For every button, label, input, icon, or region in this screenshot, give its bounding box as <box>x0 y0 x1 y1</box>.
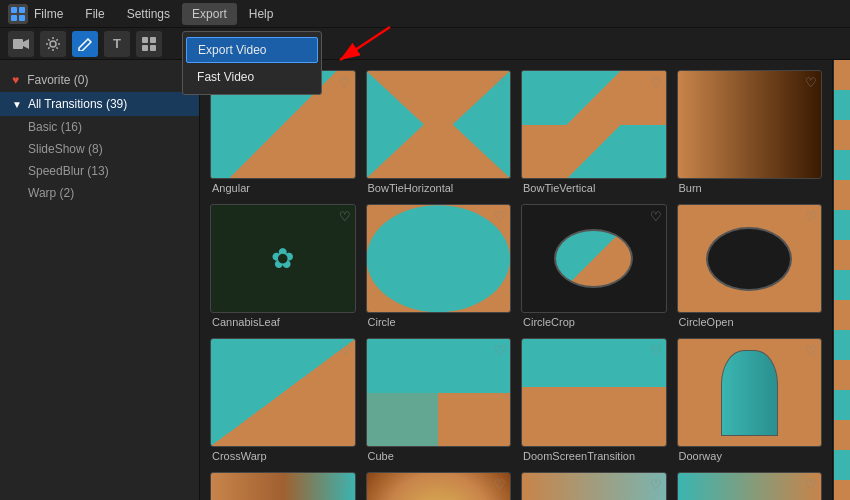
app-name: Filme <box>34 7 63 21</box>
transition-bowtie-h[interactable]: ♡ BowTieHorizontal <box>366 70 512 194</box>
transition-burn[interactable]: ♡ Burn <box>677 70 823 194</box>
angular-favorite-btn[interactable]: ♡ <box>339 75 351 90</box>
doom-favorite-btn[interactable]: ♡ <box>650 343 662 358</box>
fade-favorite-btn[interactable]: ♡ <box>650 477 662 492</box>
main-area: ♥ Favorite (0) ▼ All Transitions (39) Ba… <box>0 60 850 500</box>
svg-rect-11 <box>142 45 148 51</box>
transition-crosswarp[interactable]: ♡ CrossWarp <box>210 338 356 462</box>
svg-rect-6 <box>13 39 23 49</box>
transition-cannabis[interactable]: ✿ ♡ CannabisLeaf <box>210 204 356 328</box>
svg-rect-10 <box>150 37 156 43</box>
angular-label: Angular <box>210 182 252 194</box>
transition-circle[interactable]: ♡ Circle <box>366 204 512 328</box>
menu-file[interactable]: File <box>75 3 114 25</box>
transition-circleopen-thumb: ♡ <box>677 204 823 313</box>
circlecrop-label: CircleCrop <box>521 316 577 328</box>
toolbar-grid-btn[interactable] <box>136 31 162 57</box>
app-logo-icon <box>8 4 28 24</box>
video-strip <box>834 60 850 500</box>
cannabis-label: CannabisLeaf <box>210 316 282 328</box>
transition-doorway[interactable]: ♡ Doorway <box>677 338 823 462</box>
svg-rect-3 <box>19 15 25 21</box>
toolbar-settings-btn[interactable] <box>40 31 66 57</box>
transition-fadecolor[interactable]: ♡ Fadecolor <box>677 472 823 500</box>
transition-bowtie-v-thumb: ♡ <box>521 70 667 179</box>
transition-fadecolor-thumb: ♡ <box>677 472 823 500</box>
dreamy-favorite-btn[interactable]: ♡ <box>339 477 351 492</box>
dropdown-export-video[interactable]: Export Video <box>186 37 318 63</box>
transitions-content: ♡ Angular ♡ BowTieHorizontal ♡ BowTieVer… <box>200 60 832 500</box>
burn-label: Burn <box>677 182 704 194</box>
circle-label: Circle <box>366 316 398 328</box>
transition-circlecrop[interactable]: ♡ CircleCrop <box>521 204 667 328</box>
bowtie-h-label: BowTieHorizontal <box>366 182 456 194</box>
expand-icon: ▼ <box>12 99 22 110</box>
burn-favorite-btn[interactable]: ♡ <box>805 75 817 90</box>
transition-dreamy[interactable]: ♡ Dreamy <box>210 472 356 500</box>
transition-bowtie-v[interactable]: ♡ BowTieVertical <box>521 70 667 194</box>
right-panel <box>832 60 850 500</box>
cube-label: Cube <box>366 450 396 462</box>
transition-dreamy-thumb: ♡ <box>210 472 356 500</box>
transition-doom[interactable]: ♡ DoomScreenTransition <box>521 338 667 462</box>
cube-favorite-btn[interactable]: ♡ <box>494 343 506 358</box>
crosswarp-favorite-btn[interactable]: ♡ <box>339 343 351 358</box>
transition-cannabis-thumb: ✿ ♡ <box>210 204 356 313</box>
app-logo: Filme <box>8 4 63 24</box>
toolbar-edit-btn[interactable] <box>72 31 98 57</box>
transition-cube[interactable]: ♡ Cube <box>366 338 512 462</box>
title-bar: Filme File Settings Export Export Video … <box>0 0 850 28</box>
favorite-label: Favorite (0) <box>27 73 88 87</box>
sidebar-all-transitions[interactable]: ▼ All Transitions (39) <box>0 92 199 116</box>
transition-fade-thumb: ♡ <box>521 472 667 500</box>
sidebar-favorite[interactable]: ♥ Favorite (0) <box>0 68 199 92</box>
svg-rect-2 <box>11 15 17 21</box>
circleopen-label: CircleOpen <box>677 316 736 328</box>
toolbar: T <box>0 28 850 60</box>
svg-marker-7 <box>23 39 29 49</box>
transition-dreamyzoom-thumb: ♡ <box>366 472 512 500</box>
transition-doom-thumb: ♡ <box>521 338 667 447</box>
all-transitions-label: All Transitions (39) <box>28 97 127 111</box>
export-dropdown: Export Video Fast Video <box>182 31 322 95</box>
transition-dreamyzoom[interactable]: ♡ DreamyZoom <box>366 472 512 500</box>
toolbar-text-btn[interactable]: T <box>104 31 130 57</box>
svg-rect-0 <box>11 7 17 13</box>
menu-help[interactable]: Help <box>239 3 284 25</box>
transition-cube-thumb: ♡ <box>366 338 512 447</box>
transition-circleopen[interactable]: ♡ CircleOpen <box>677 204 823 328</box>
circlecrop-favorite-btn[interactable]: ♡ <box>650 209 662 224</box>
menu-settings[interactable]: Settings <box>117 3 180 25</box>
heart-icon: ♥ <box>12 73 19 87</box>
bowtie-h-favorite-btn[interactable]: ♡ <box>494 75 506 90</box>
cannabis-favorite-btn[interactable]: ♡ <box>339 209 351 224</box>
circle-favorite-btn[interactable]: ♡ <box>494 209 506 224</box>
circleopen-favorite-btn[interactable]: ♡ <box>805 209 817 224</box>
sidebar: ♥ Favorite (0) ▼ All Transitions (39) Ba… <box>0 60 200 500</box>
doorway-label: Doorway <box>677 450 724 462</box>
sidebar-slideshow[interactable]: SlideShow (8) <box>0 138 199 160</box>
svg-rect-9 <box>142 37 148 43</box>
transition-fade[interactable]: ♡ Fade <box>521 472 667 500</box>
sidebar-speedblur[interactable]: SpeedBlur (13) <box>0 160 199 182</box>
transitions-grid: ♡ Angular ♡ BowTieHorizontal ♡ BowTieVer… <box>210 70 822 500</box>
transition-doorway-thumb: ♡ <box>677 338 823 447</box>
dropdown-fast-video[interactable]: Fast Video <box>183 64 321 90</box>
toolbar-video-btn[interactable] <box>8 31 34 57</box>
transition-circlecrop-thumb: ♡ <box>521 204 667 313</box>
transition-bowtie-h-thumb: ♡ <box>366 70 512 179</box>
crosswarp-label: CrossWarp <box>210 450 269 462</box>
bowtie-v-label: BowTieVertical <box>521 182 597 194</box>
sidebar-warp[interactable]: Warp (2) <box>0 182 199 204</box>
sidebar-basic[interactable]: Basic (16) <box>0 116 199 138</box>
doom-label: DoomScreenTransition <box>521 450 637 462</box>
dreamyzoom-favorite-btn[interactable]: ♡ <box>494 477 506 492</box>
doorway-favorite-btn[interactable]: ♡ <box>805 343 817 358</box>
menu-bar: File Settings Export Export Video Fast V… <box>75 3 283 25</box>
svg-point-8 <box>50 41 56 47</box>
fadecolor-favorite-btn[interactable]: ♡ <box>805 477 817 492</box>
svg-rect-1 <box>19 7 25 13</box>
bowtie-v-favorite-btn[interactable]: ♡ <box>650 75 662 90</box>
transition-crosswarp-thumb: ♡ <box>210 338 356 447</box>
menu-export[interactable]: Export Export Video Fast Video <box>182 3 237 25</box>
